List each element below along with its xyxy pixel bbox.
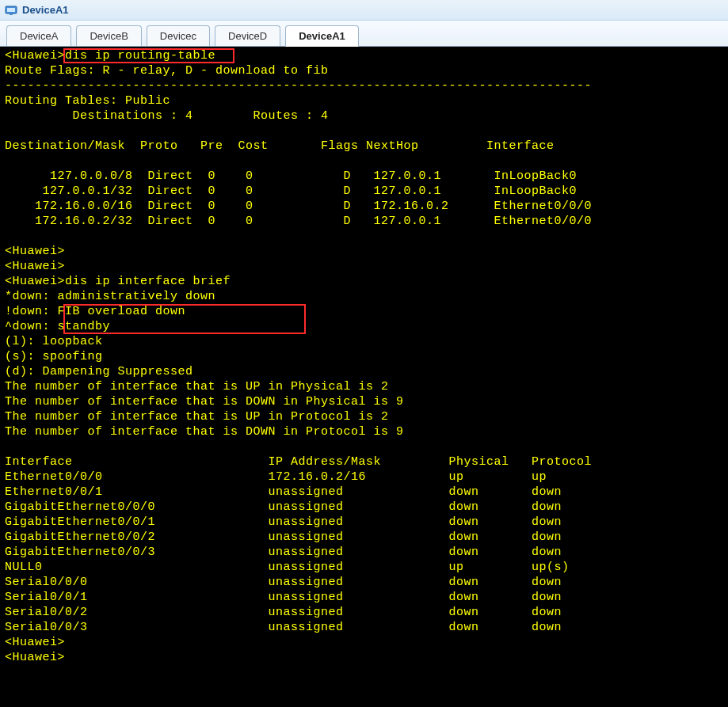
tab-devicea1[interactable]: DeviceA1 (285, 25, 359, 47)
tab-devicec[interactable]: Devicec (147, 25, 210, 47)
svg-rect-2 (10, 13, 13, 15)
app-window: DeviceA1 DeviceADeviceBDevicecDeviceDDev… (0, 0, 728, 707)
terminal-output: <Huawei>dis ip routing-table Route Flags… (5, 49, 592, 664)
window-title: DeviceA1 (22, 4, 69, 16)
terminal[interactable]: <Huawei>dis ip routing-table Route Flags… (0, 47, 728, 707)
tab-deviced[interactable]: DeviceD (215, 25, 280, 47)
svg-rect-1 (7, 8, 15, 12)
app-icon (5, 4, 17, 17)
tab-devicea[interactable]: DeviceA (6, 25, 71, 47)
tabbar: DeviceADeviceBDevicecDeviceDDeviceA1 (0, 21, 728, 47)
titlebar: DeviceA1 (0, 0, 728, 21)
tab-deviceb[interactable]: DeviceB (76, 25, 141, 47)
